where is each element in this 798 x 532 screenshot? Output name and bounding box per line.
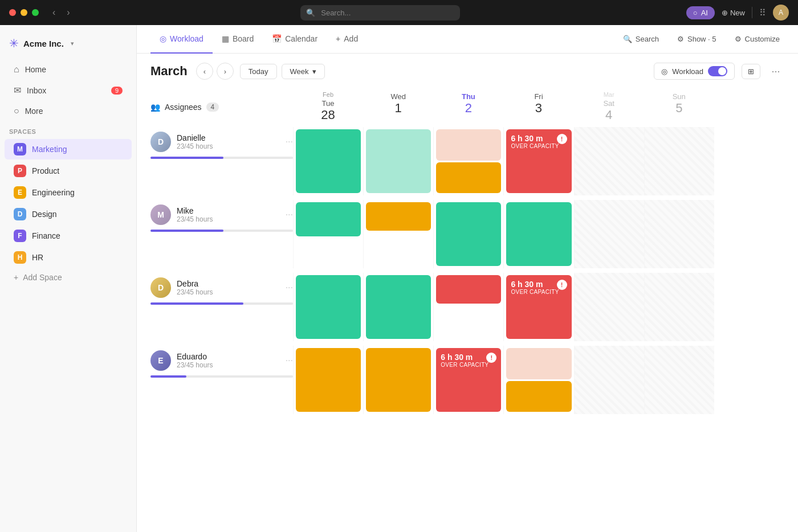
fullscreen-dot[interactable] bbox=[32, 9, 39, 16]
progress-bar-wrapper-eduardo bbox=[150, 375, 293, 378]
sidebar-item-design[interactable]: D Design bbox=[5, 204, 132, 224]
assignee-top-eduardo: E Eduardo 23/45 hours ··· bbox=[150, 350, 293, 371]
calendar-header: March ‹ › Today Week ▾ ◎ Workload ⊞ bbox=[137, 54, 798, 89]
product-label: Product bbox=[32, 166, 59, 175]
avatar[interactable]: A bbox=[773, 5, 789, 21]
next-arrow[interactable]: › bbox=[217, 63, 234, 80]
close-dot[interactable] bbox=[9, 9, 16, 16]
search-icon: 🔍 bbox=[306, 9, 315, 17]
spaces-section-title: Spaces bbox=[0, 121, 136, 138]
sidebar-item-marketing[interactable]: M Marketing bbox=[5, 139, 132, 159]
board-icon: ▦ bbox=[222, 34, 229, 43]
tab-workload[interactable]: ◎ Workload bbox=[150, 26, 213, 54]
task-block-over-capacity[interactable]: 6 h 30 m OVER CAPACITY ! bbox=[436, 348, 501, 412]
assignee-meta-eduardo: Eduardo 23/45 hours bbox=[177, 352, 213, 369]
titlebar-right: ○ AI ⊕ New ⠿ A bbox=[686, 5, 789, 21]
col-date-5: 5 bbox=[644, 101, 714, 116]
sidebar-item-hr[interactable]: H HR bbox=[5, 247, 132, 268]
task-block[interactable] bbox=[366, 202, 431, 231]
progress-bar-eduardo bbox=[150, 375, 186, 378]
sidebar-item-home[interactable]: ⌂ Home bbox=[5, 60, 132, 79]
workload-icon: ◎ bbox=[160, 34, 166, 43]
window-controls bbox=[9, 9, 39, 16]
options-icon-debra[interactable]: ··· bbox=[286, 283, 293, 293]
workload-toggle-label: Workload bbox=[672, 67, 703, 76]
task-block[interactable] bbox=[296, 275, 361, 339]
eduardo-day-5 bbox=[644, 346, 714, 414]
sidebar-item-finance[interactable]: F Finance bbox=[5, 226, 132, 246]
options-icon-eduardo[interactable]: ··· bbox=[286, 355, 293, 366]
filter-button[interactable]: ⊞ bbox=[742, 64, 760, 79]
workload-grid: 👥 Assignees 4 Feb Tue 28 Wed 1 bbox=[137, 89, 798, 532]
assignee-name-danielle: Danielle bbox=[177, 133, 213, 142]
brand-name: Acme Inc. bbox=[23, 39, 64, 48]
workload-toggle-wrapper[interactable]: ◎ Workload bbox=[654, 63, 735, 80]
col-date-4: 4 bbox=[574, 108, 644, 122]
task-block[interactable] bbox=[296, 129, 361, 193]
sidebar-item-product[interactable]: P Product bbox=[5, 161, 132, 181]
assignee-hours-debra: 23/45 hours bbox=[177, 288, 213, 296]
debra-day-4 bbox=[574, 273, 644, 341]
back-button[interactable]: ‹ bbox=[48, 5, 60, 20]
task-block[interactable] bbox=[436, 275, 501, 304]
tab-workload-label: Workload bbox=[170, 34, 203, 43]
col-date-3: 3 bbox=[503, 101, 573, 116]
task-block[interactable] bbox=[296, 202, 361, 236]
month-title: March bbox=[150, 64, 188, 79]
more-icon: ○ bbox=[14, 106, 19, 116]
add-space-button[interactable]: + Add Space bbox=[5, 269, 132, 286]
task-block[interactable] bbox=[366, 275, 431, 339]
forward-button[interactable]: › bbox=[62, 5, 74, 20]
sidebar-item-more[interactable]: ○ More bbox=[5, 101, 132, 121]
tab-add-label: Add bbox=[344, 34, 358, 43]
assignee-row-danielle: D Danielle 23/45 hours ··· bbox=[150, 127, 784, 195]
new-button[interactable]: ⊕ New bbox=[722, 9, 745, 17]
sidebar-item-inbox[interactable]: ✉ Inbox 9 bbox=[5, 80, 132, 100]
customize-button[interactable]: ⚙ Customize bbox=[730, 32, 784, 46]
sidebar-item-engineering[interactable]: E Engineering bbox=[5, 182, 132, 203]
options-icon-mike[interactable]: ··· bbox=[286, 210, 293, 220]
task-block[interactable] bbox=[436, 202, 501, 266]
show-button[interactable]: ⚙ Show · 5 bbox=[673, 32, 721, 46]
ai-button[interactable]: ○ AI bbox=[686, 6, 715, 19]
more-button[interactable]: ··· bbox=[767, 63, 784, 80]
home-icon: ⌂ bbox=[14, 64, 19, 75]
task-block[interactable] bbox=[296, 348, 361, 412]
sidebar: ✳ Acme Inc. ▾ ⌂ Home ✉ Inbox 9 ○ More Sp… bbox=[0, 25, 137, 532]
assignees-label: Assignees bbox=[165, 103, 202, 112]
options-icon-danielle[interactable]: ··· bbox=[286, 137, 293, 147]
task-block[interactable] bbox=[436, 162, 501, 194]
tab-board[interactable]: ▦ Board bbox=[213, 26, 263, 54]
titlebar-search-input[interactable] bbox=[300, 5, 460, 21]
mike-day-2 bbox=[433, 200, 503, 268]
product-dot: P bbox=[14, 165, 26, 177]
tab-add[interactable]: + Add bbox=[327, 26, 367, 54]
task-block[interactable] bbox=[366, 129, 431, 193]
task-block[interactable] bbox=[506, 381, 571, 412]
search-toolbar-button[interactable]: 🔍 Search bbox=[618, 32, 663, 46]
task-block[interactable] bbox=[506, 348, 571, 379]
grid-icon[interactable]: ⠿ bbox=[759, 7, 766, 18]
today-button[interactable]: Today bbox=[240, 64, 277, 79]
prev-arrow[interactable]: ‹ bbox=[196, 63, 213, 80]
progress-bar-wrapper-debra bbox=[150, 302, 293, 305]
task-block-over-capacity[interactable]: 6 h 30 m OVER CAPACITY ! bbox=[506, 275, 571, 339]
assignee-top-mike: M Mike 23/45 hours ··· bbox=[150, 204, 293, 225]
task-block-over-capacity[interactable]: 6 h 30 m OVER CAPACITY ! bbox=[506, 129, 571, 193]
brand[interactable]: ✳ Acme Inc. ▾ bbox=[0, 32, 136, 55]
assignee-info-debra: D Debra 23/45 hours ··· bbox=[150, 273, 293, 341]
col-day-1: Wed bbox=[363, 92, 433, 101]
tab-calendar[interactable]: 📅 Calendar bbox=[263, 26, 327, 54]
task-block[interactable] bbox=[436, 129, 501, 161]
finance-label: Finance bbox=[32, 231, 60, 240]
hr-dot: H bbox=[14, 251, 26, 264]
workload-toggle-switch[interactable] bbox=[708, 66, 727, 76]
col-date-2: 2 bbox=[433, 101, 503, 116]
task-block[interactable] bbox=[366, 348, 431, 412]
alert-icon: ! bbox=[486, 353, 496, 363]
week-selector[interactable]: Week ▾ bbox=[282, 64, 325, 79]
add-space-label: Add Space bbox=[23, 273, 62, 282]
task-block[interactable] bbox=[506, 202, 571, 266]
minimize-dot[interactable] bbox=[21, 9, 27, 16]
marketing-label: Marketing bbox=[32, 145, 67, 154]
